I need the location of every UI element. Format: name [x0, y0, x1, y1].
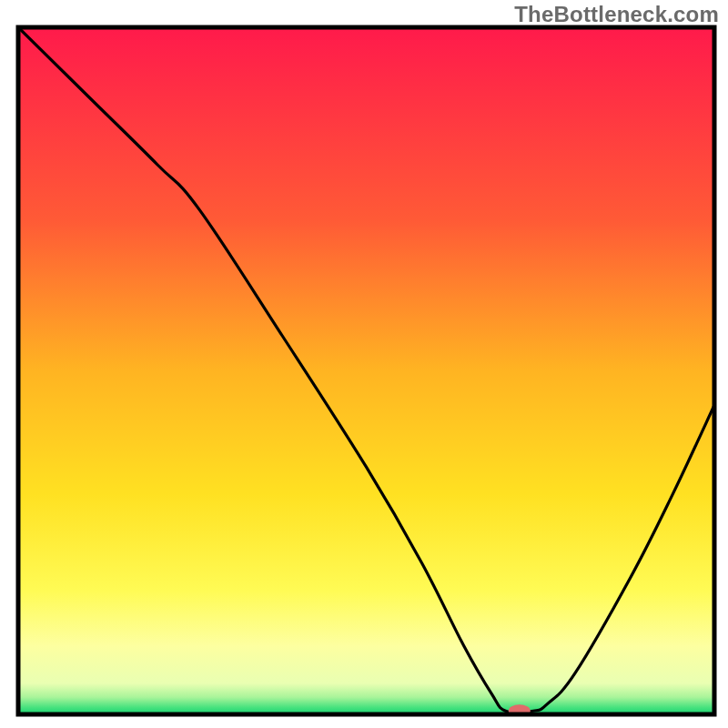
bottleneck-chart [0, 0, 728, 728]
chart-container: TheBottleneck.com [0, 0, 728, 728]
watermark-text: TheBottleneck.com [514, 2, 719, 27]
